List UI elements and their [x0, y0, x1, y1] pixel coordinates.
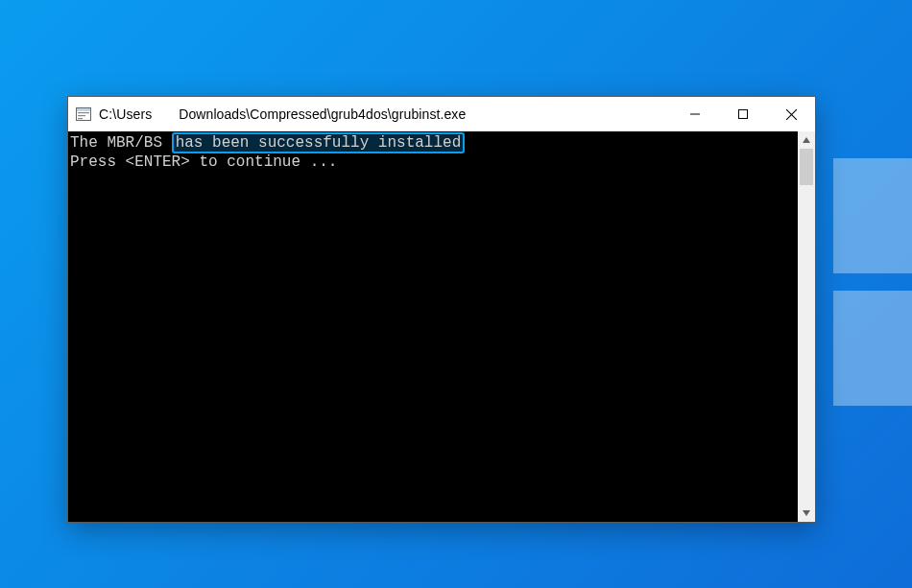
svg-marker-9 — [803, 137, 810, 143]
close-button[interactable] — [767, 97, 815, 131]
output-line-2: Press <ENTER> to continue ... — [70, 153, 337, 171]
titlebar[interactable]: C:\Users Downloads\Compressed\grub4dos\g… — [68, 97, 815, 131]
scroll-up-button[interactable] — [798, 131, 815, 149]
svg-marker-10 — [803, 510, 810, 516]
window-title: C:\Users Downloads\Compressed\grub4dos\g… — [99, 106, 466, 122]
output-line-1: The MBR/BS has been successfully install… — [70, 132, 465, 153]
highlighted-text: has been successfully installed — [172, 132, 466, 153]
minimize-button[interactable] — [671, 97, 719, 131]
svg-rect-6 — [739, 110, 748, 119]
scroll-down-button[interactable] — [798, 505, 815, 522]
maximize-button[interactable] — [719, 97, 767, 131]
svg-rect-1 — [77, 108, 90, 111]
vertical-scrollbar[interactable] — [798, 131, 815, 522]
scroll-thumb[interactable] — [800, 149, 813, 185]
svg-rect-2 — [78, 112, 89, 113]
window-controls — [671, 97, 815, 131]
svg-rect-3 — [78, 115, 85, 116]
scroll-track[interactable] — [798, 149, 815, 505]
terminal-output[interactable]: The MBR/BS has been successfully install… — [68, 131, 798, 522]
svg-rect-4 — [78, 118, 83, 119]
cmd-icon — [76, 106, 91, 122]
client-area: The MBR/BS has been successfully install… — [68, 131, 815, 522]
console-window: C:\Users Downloads\Compressed\grub4dos\g… — [67, 96, 816, 523]
